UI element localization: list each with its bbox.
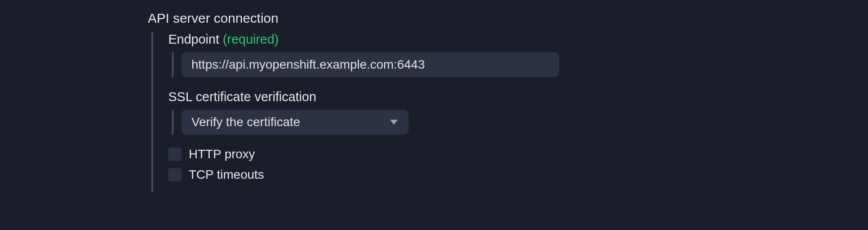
endpoint-control bbox=[172, 52, 868, 77]
ssl-label: SSL certificate verification bbox=[168, 90, 316, 104]
http-proxy-checkbox[interactable] bbox=[168, 148, 182, 161]
tcp-timeouts-row: TCP timeouts bbox=[168, 168, 868, 182]
section-title: API server connection bbox=[148, 11, 868, 26]
ssl-label-row: SSL certificate verification bbox=[168, 90, 868, 104]
ssl-select-wrap: Verify the certificate bbox=[182, 110, 409, 135]
http-proxy-label[interactable]: HTTP proxy bbox=[189, 147, 255, 161]
ssl-control: Verify the certificate bbox=[172, 110, 868, 135]
tcp-timeouts-label[interactable]: TCP timeouts bbox=[189, 168, 264, 182]
endpoint-input[interactable] bbox=[182, 52, 559, 77]
endpoint-label: Endpoint bbox=[168, 32, 219, 46]
ssl-select-value: Verify the certificate bbox=[191, 115, 300, 129]
required-tag: (required) bbox=[223, 32, 279, 46]
ssl-select[interactable]: Verify the certificate bbox=[182, 110, 409, 135]
api-server-connection-section: API server connection Endpoint (required… bbox=[0, 0, 868, 192]
ssl-verification-field: SSL certificate verification Verify the … bbox=[168, 90, 868, 135]
endpoint-label-row: Endpoint (required) bbox=[168, 32, 868, 47]
http-proxy-row: HTTP proxy bbox=[168, 147, 868, 161]
tcp-timeouts-checkbox[interactable] bbox=[168, 168, 182, 181]
section-body: Endpoint (required) SSL certificate veri… bbox=[151, 32, 868, 192]
endpoint-field: Endpoint (required) bbox=[168, 32, 868, 77]
